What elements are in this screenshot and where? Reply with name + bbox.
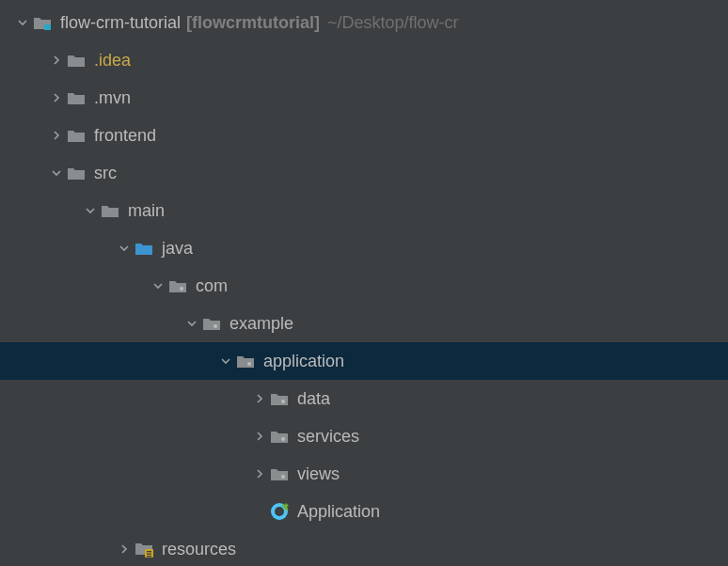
folder-icon xyxy=(66,125,87,146)
svg-point-3 xyxy=(247,362,251,366)
svg-point-4 xyxy=(281,400,285,403)
svg-point-8 xyxy=(275,507,284,516)
folder-icon xyxy=(100,200,120,221)
tree-label: resources xyxy=(162,540,236,559)
tree-row-example[interactable]: example xyxy=(0,305,728,342)
tree-label: services xyxy=(297,427,359,447)
folder-icon xyxy=(66,87,87,108)
svg-point-1 xyxy=(180,287,183,291)
tree-label: views xyxy=(297,464,340,484)
chevron-right-icon xyxy=(47,130,66,141)
chevron-down-icon xyxy=(13,17,32,28)
package-icon xyxy=(269,426,290,447)
module-name: [flowcrmtutorial] xyxy=(186,13,320,33)
chevron-down-icon xyxy=(81,205,100,216)
project-path: ~/Desktop/flow-cr xyxy=(327,13,459,33)
package-icon xyxy=(201,313,222,334)
tree-row-views[interactable]: views xyxy=(0,455,728,493)
tree-row-main[interactable]: main xyxy=(0,192,728,229)
package-icon xyxy=(167,275,188,296)
package-icon xyxy=(269,464,290,484)
tree-label: com xyxy=(196,276,228,296)
package-icon xyxy=(269,388,290,409)
tree-row-root[interactable]: flow-crm-tutorial [flowcrmtutorial] ~/De… xyxy=(0,4,728,41)
svg-rect-12 xyxy=(147,554,151,555)
package-icon xyxy=(235,351,256,371)
tree-label: Application xyxy=(297,502,380,522)
tree-row-data[interactable]: data xyxy=(0,380,728,417)
tree-row-app-class[interactable]: Application xyxy=(0,493,728,530)
tree-label: flow-crm-tutorial xyxy=(60,13,181,33)
chevron-right-icon xyxy=(250,431,269,442)
source-folder-icon xyxy=(134,238,154,259)
folder-icon xyxy=(66,163,87,183)
tree-row-java[interactable]: java xyxy=(0,229,728,267)
tree-label: application xyxy=(263,352,344,371)
tree-row-idea[interactable]: .idea xyxy=(0,41,728,79)
tree-label: .idea xyxy=(94,51,131,71)
tree-row-mvn[interactable]: .mvn xyxy=(0,79,728,117)
folder-icon xyxy=(66,50,87,71)
tree-label: .mvn xyxy=(94,88,131,108)
module-folder-icon xyxy=(32,12,53,33)
tree-row-frontend[interactable]: frontend xyxy=(0,117,728,154)
chevron-right-icon xyxy=(47,92,66,103)
svg-rect-11 xyxy=(147,551,151,552)
tree-label: main xyxy=(128,201,165,221)
tree-label: src xyxy=(94,164,117,183)
tree-label: frontend xyxy=(94,126,156,146)
svg-rect-13 xyxy=(147,556,151,557)
resources-folder-icon xyxy=(134,539,154,559)
chevron-right-icon xyxy=(250,468,269,480)
tree-label: java xyxy=(162,239,193,259)
tree-row-resources[interactable]: resources xyxy=(0,530,728,566)
chevron-down-icon xyxy=(216,355,235,367)
svg-point-5 xyxy=(281,437,285,441)
tree-row-com[interactable]: com xyxy=(0,267,728,305)
svg-rect-0 xyxy=(44,24,51,30)
chevron-down-icon xyxy=(115,243,134,254)
chevron-right-icon xyxy=(47,55,66,66)
tree-row-services[interactable]: services xyxy=(0,417,728,455)
tree-label: example xyxy=(229,314,293,334)
svg-point-6 xyxy=(281,475,285,479)
chevron-right-icon xyxy=(250,393,269,404)
chevron-down-icon xyxy=(182,318,201,329)
chevron-down-icon xyxy=(47,167,66,179)
chevron-right-icon xyxy=(115,543,134,555)
project-tree[interactable]: flow-crm-tutorial [flowcrmtutorial] ~/De… xyxy=(0,0,728,566)
tree-row-src[interactable]: src xyxy=(0,154,728,192)
chevron-down-icon xyxy=(149,280,167,291)
svg-point-2 xyxy=(214,324,217,328)
tree-row-application[interactable]: application xyxy=(0,342,728,380)
spring-boot-icon xyxy=(269,501,290,522)
tree-label: data xyxy=(297,389,330,409)
